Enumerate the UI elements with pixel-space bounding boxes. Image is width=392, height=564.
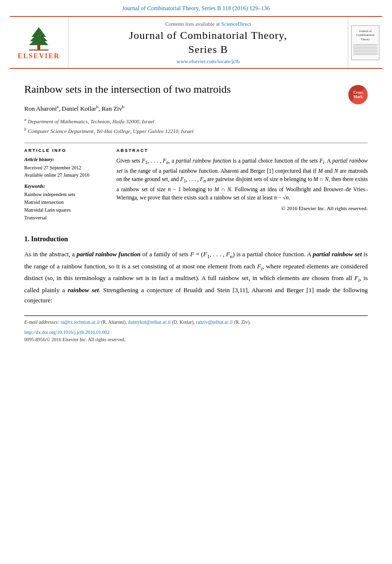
article-history-label: Article history:	[24, 157, 107, 162]
abstract-text: Given sets F1, . . . , Fn, a partial rai…	[116, 157, 368, 202]
keyword-3: Matroidal Latin squares	[24, 206, 107, 214]
email-ziv[interactable]: ranziv@telhat.ac.il	[196, 319, 233, 325]
abstract-heading: ABSTRACT	[116, 148, 368, 153]
doi-link[interactable]: http://dx.doi.org/10.1016/j.jctb.2016.01…	[24, 330, 110, 335]
journal-header: ELSEVIER Contents lists available at Sci…	[10, 16, 382, 69]
journal-url[interactable]: www.elsevier.com/locate/jctb	[177, 58, 240, 64]
article-info-column: ARTICLE INFO Article history: Received 2…	[24, 148, 107, 222]
thumb-lines	[353, 43, 377, 56]
journal-thumbnail: Journal ofCombinatorialTheory	[348, 17, 382, 68]
doi-line: http://dx.doi.org/10.1016/j.jctb.2016.01…	[24, 330, 368, 335]
affiliations: a Department of Mathematics, Technion, H…	[24, 116, 368, 135]
copyright-notice: © 2016 Elsevier Inc. All rights reserved…	[116, 205, 368, 211]
email-aharoni[interactable]: ra@tx.technion.ac.il	[61, 319, 100, 325]
keywords-label: Keywords:	[24, 183, 107, 189]
issn-line: 0095-8956/© 2016 Elsevier Inc. All right…	[24, 337, 368, 342]
title-area: CrossMark Rainbow sets in the intersecti…	[24, 83, 368, 97]
thumb-box: Journal ofCombinatorialTheory	[351, 25, 379, 60]
keywords-list: Rainbow independent sets Matroid interse…	[24, 191, 107, 222]
keyword-1: Rainbow independent sets	[24, 191, 107, 199]
elsevier-tree-icon	[19, 25, 58, 51]
aff-sup-b1: b	[96, 104, 98, 109]
crossmark-badge: CrossMark	[348, 85, 368, 104]
svg-rect-1	[29, 50, 49, 50]
keyword-4: Transversal	[24, 214, 107, 222]
paper-title: Rainbow sets in the intersection of two …	[24, 83, 368, 97]
article-info-heading: ARTICLE INFO	[24, 148, 107, 153]
abstract-column: ABSTRACT Given sets F1, . . . , Fn, a pa…	[116, 148, 368, 222]
journal-title: Journal of Combinatorial Theory, Series …	[129, 29, 287, 56]
thumb-title: Journal ofCombinatorialTheory	[356, 29, 375, 41]
svg-rect-0	[37, 45, 40, 50]
sciencedirect-link[interactable]: ScienceDirect	[221, 21, 251, 27]
contents-line: Contents lists available at ScienceDirec…	[165, 21, 251, 27]
journal-ref-text: Journal of Combinatorial Theory, Series …	[122, 5, 270, 12]
email-kotlar[interactable]: dannykot@telhat.ac.il	[128, 319, 171, 325]
elsevier-wordmark: ELSEVIER	[18, 52, 60, 60]
elsevier-logo: ELSEVIER	[10, 17, 68, 68]
keyword-2: Matroid intersection	[24, 199, 107, 206]
section-1-paragraph-1: As in the abstract, a partial rainbow fu…	[24, 249, 368, 305]
aff-sup-a: a	[57, 104, 59, 109]
journal-center: Contents lists available at ScienceDirec…	[68, 17, 348, 68]
paper-content: CrossMark Rainbow sets in the intersecti…	[24, 83, 368, 305]
affiliation-a: a Department of Mathematics, Technion, H…	[24, 116, 368, 125]
authors: Ron Aharonia, Daniel Kotlarb, Ran Zivb	[24, 104, 368, 113]
aff-sup-b2: b	[122, 104, 125, 109]
affiliation-b: b Computer Science Department, Tel-Hai C…	[24, 126, 368, 135]
article-received: Received 27 September 2012 Available onl…	[24, 164, 107, 179]
footnote: E-mail addresses: ra@tx.technion.ac.il (…	[24, 318, 368, 326]
crossmark-icon: CrossMark	[348, 85, 368, 104]
article-info-abstract: ARTICLE INFO Article history: Received 2…	[24, 143, 368, 222]
section-1-title: 1. Introduction	[24, 235, 368, 243]
journal-reference: Journal of Combinatorial Theory, Series …	[0, 0, 392, 16]
